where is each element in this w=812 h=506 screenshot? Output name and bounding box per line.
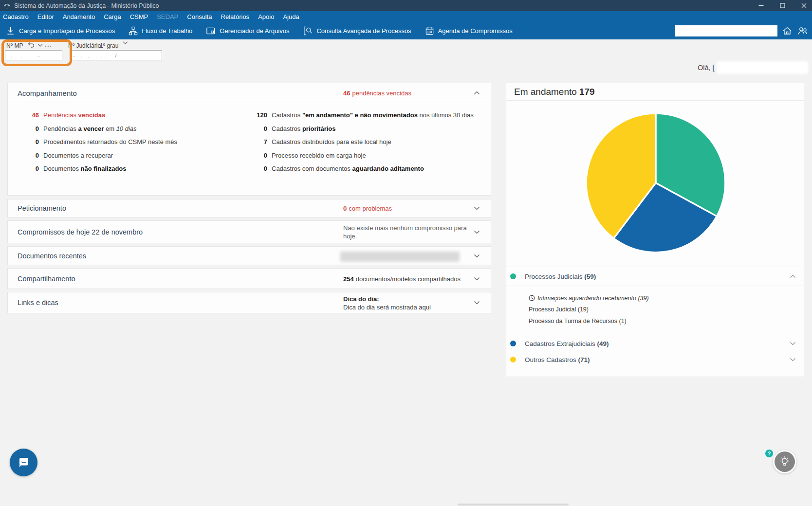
sub-item-processo-judicial[interactable]: Processo Judicial (19) xyxy=(529,304,804,316)
green-dot xyxy=(510,273,516,279)
card-title: Documentos recentes xyxy=(18,252,86,260)
menu-sedap: SEDAP xyxy=(152,11,183,22)
tips-button[interactable] xyxy=(773,450,796,473)
help-badge[interactable]: ? xyxy=(765,450,773,457)
chevron-down-icon[interactable] xyxy=(474,230,480,234)
chevron-down-icon[interactable] xyxy=(123,41,128,45)
card-title: Links e dicas xyxy=(18,299,58,307)
agenda-compromissos-button[interactable]: Agenda de Compromissos xyxy=(425,26,513,36)
fluxo-trabalho-button[interactable]: Fluxo de Trabalho xyxy=(129,26,192,36)
stat-documentos-nao-finalizados[interactable]: 0 Documentos não finalizados xyxy=(15,162,240,176)
menu-bar: Cadastro Editor Andamento Carga CSMP SED… xyxy=(0,11,812,22)
peticionamento-status: 0com problemas xyxy=(343,205,392,212)
consulta-avancada-button[interactable]: Consulta Avançada de Processos xyxy=(303,26,411,36)
gerenciador-arquivos-button[interactable]: Gerenciador de Arquivos xyxy=(206,26,289,36)
legend-cadastros-extrajudiciais[interactable]: Cadastros Extrajudiciais 49 xyxy=(506,336,804,352)
lightbulb-icon xyxy=(777,454,792,469)
menu-relatorios[interactable]: Relatórios xyxy=(217,11,254,22)
menu-carga[interactable]: Carga xyxy=(99,11,125,22)
acompanhamento-stats: 46 Pendências vencidas 0 Pendências a ve… xyxy=(8,103,491,176)
redacted-document-name xyxy=(340,252,460,262)
dashboard-cards: Acompanhamento 46pendências vencidas 46 … xyxy=(7,83,491,313)
menu-editor[interactable]: Editor xyxy=(33,11,58,22)
stat-cadastros-nao-movimentados[interactable]: 120 Cadastros "em andamento" e não movim… xyxy=(240,108,482,122)
judicial-number-input[interactable] xyxy=(70,50,162,60)
advanced-search-icon xyxy=(303,26,313,36)
chevron-down-icon[interactable] xyxy=(474,206,480,210)
card-title: Compartilhamento xyxy=(18,275,75,283)
users-icon[interactable] xyxy=(797,25,808,36)
chevron-down-icon[interactable] xyxy=(790,342,796,345)
stat-procedimentos-csmp[interactable]: 0 Procedimentos retornados do CSMP neste… xyxy=(15,135,240,149)
chat-bubble-icon xyxy=(17,455,31,470)
chevron-down-icon[interactable] xyxy=(37,44,43,47)
close-button[interactable] xyxy=(800,2,807,9)
undo-icon[interactable] xyxy=(28,42,35,48)
card-title: Acompanhamento xyxy=(18,89,77,97)
card-title: Peticionamento xyxy=(18,204,66,212)
search-input[interactable] xyxy=(675,25,777,36)
chevron-down-icon[interactable] xyxy=(474,254,480,258)
card-compromissos[interactable]: Compromissos de hoje 22 de novembro Não … xyxy=(7,220,491,243)
redacted-username xyxy=(717,61,808,74)
pie-chart[interactable] xyxy=(584,111,727,254)
chevron-down-icon[interactable] xyxy=(790,358,796,361)
overdue-summary: 46pendências vencidas xyxy=(343,90,411,97)
sub-item-turma-recursos[interactable]: Processo da Turma de Recursos (1) xyxy=(529,315,804,327)
stat-cadastros-prioritarios[interactable]: 0 Cadastros prioritários xyxy=(240,122,482,136)
em-andamento-panel: Em andamento179 Processos Judiciais 59 I… xyxy=(506,83,804,377)
panel-header: Em andamento179 xyxy=(506,83,804,101)
chart-legend: Processos Judiciais 59 Intimações aguard… xyxy=(506,267,804,368)
greeting-text: Olá, [ xyxy=(698,64,715,72)
menu-andamento[interactable]: Andamento xyxy=(58,11,100,22)
judicial-instance-label: 1º grau xyxy=(100,42,118,49)
sub-item-intimacoes[interactable]: Intimações aguardando recebimento (39) xyxy=(529,292,804,304)
more-options-icon[interactable] xyxy=(45,45,52,47)
justice-scales-icon xyxy=(4,2,10,9)
legend-processos-judiciais[interactable]: Processos Judiciais 59 xyxy=(506,267,804,286)
mp-number-input[interactable] xyxy=(5,50,62,60)
stat-pendencias-vencidas[interactable]: 46 Pendências vencidas xyxy=(15,108,240,122)
menu-cadastro[interactable]: Cadastro xyxy=(0,11,33,22)
yellow-dot xyxy=(510,357,516,362)
stat-documentos-recuperar[interactable]: 0 Documentos a recuperar xyxy=(15,149,240,163)
clock-icon xyxy=(529,295,535,301)
question-mark-icon: ? xyxy=(768,451,771,456)
maximize-button[interactable] xyxy=(779,2,786,9)
panel-title: Em andamento179 xyxy=(514,87,595,97)
card-documentos-recentes[interactable]: Documentos recentes xyxy=(7,246,491,265)
card-peticionamento[interactable]: Peticionamento 0com problemas xyxy=(7,199,491,217)
card-acompanhamento: Acompanhamento 46pendências vencidas 46 … xyxy=(7,83,491,196)
menu-ajuda[interactable]: Ajuda xyxy=(278,11,303,22)
shared-docs-count: 254documentos/modelos compartilhados xyxy=(343,275,461,282)
menu-consulta[interactable]: Consulta xyxy=(183,11,216,22)
chevron-up-icon[interactable] xyxy=(474,91,480,95)
card-links-dicas[interactable]: Links e dicas Dica do dia: Dica do dia s… xyxy=(7,292,491,313)
carga-importacao-button[interactable]: Carga e Importação de Processos xyxy=(6,26,115,36)
mp-number-label: Nº MP xyxy=(6,42,23,49)
legend-outros-cadastros[interactable]: Outros Cadastros 71 xyxy=(506,352,804,368)
card-acompanhamento-header[interactable]: Acompanhamento 46pendências vencidas xyxy=(8,83,491,103)
compromissos-message: Não existe mais nenhum compromisso para … xyxy=(343,224,467,240)
minimize-button[interactable] xyxy=(757,2,764,9)
stat-documentos-aguardando-aditamento[interactable]: 0 Cadastros com documentos aguardando ad… xyxy=(240,162,482,176)
stat-cadastros-distribuidos[interactable]: 7 Cadastros distribuídos para este local… xyxy=(240,135,482,149)
stat-processo-recebido-carga[interactable]: 0 Processo recebido em carga hoje xyxy=(240,149,482,163)
tip-of-day: Dica do dia: Dica do dia será mostrada a… xyxy=(343,295,431,311)
chat-support-button[interactable] xyxy=(10,449,37,476)
stat-pendencias-a-vencer[interactable]: 0 Pendências a vencer em 10 dias xyxy=(15,122,240,136)
window-title: Sistema de Automação da Justiça - Minist… xyxy=(14,2,159,9)
chevron-up-icon[interactable] xyxy=(790,274,796,278)
chevron-down-icon[interactable] xyxy=(474,277,480,281)
menu-apoio[interactable]: Apoio xyxy=(254,11,278,22)
home-icon[interactable] xyxy=(782,25,793,36)
card-compartilhamento[interactable]: Compartilhamento 254documentos/modelos c… xyxy=(7,268,491,289)
workflow-icon xyxy=(129,26,138,36)
menu-csmp[interactable]: CSMP xyxy=(126,11,153,22)
toolbar: Carga e Importação de Processos Fluxo de… xyxy=(0,22,812,39)
horizontal-scrollbar-thumb[interactable] xyxy=(458,504,569,506)
blue-dot xyxy=(510,341,516,346)
title-bar: Sistema de Automação da Justiça - Minist… xyxy=(0,0,812,11)
file-manager-icon xyxy=(206,26,216,36)
chevron-down-icon[interactable] xyxy=(474,301,480,305)
